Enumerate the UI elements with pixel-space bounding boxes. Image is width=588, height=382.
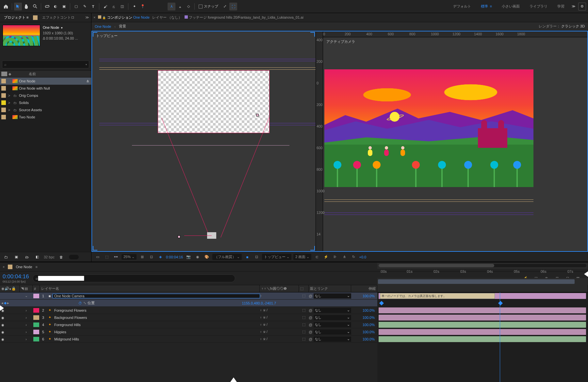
name-column-header[interactable]: 名前 [12, 72, 91, 77]
guides-icon[interactable]: ⊡ [148, 253, 155, 261]
parent-dropdown[interactable]: なし⌄ [314, 337, 351, 342]
brush-tool-icon[interactable]: 🖌 [101, 3, 109, 10]
snap-extend-icon[interactable]: ⛶ [229, 3, 237, 10]
layer-marker[interactable]: 単一のノードでは、カメラは真正面を指します。 [380, 293, 495, 299]
grid-icon[interactable]: ⊞ [139, 253, 146, 261]
layer-name[interactable]: Foreground Flowers [53, 308, 260, 312]
hand-tool-icon[interactable] [23, 3, 30, 10]
eraser-tool-icon[interactable]: ◫ [118, 3, 126, 10]
layer-name[interactable]: Background Flowers [53, 316, 260, 320]
tree-item-source-assets[interactable]: > 🗀Source Assets [0, 106, 91, 113]
twirl-icon[interactable]: ⌄ [20, 294, 33, 298]
comp-name-label[interactable]: One Node [43, 25, 78, 30]
pickwhip-icon[interactable]: @ [309, 316, 312, 320]
layer-switches[interactable]: ♀ ※ / [260, 330, 299, 334]
tree-item-one-node-with-null[interactable]: One Node with Null [0, 85, 91, 92]
layer-row-2[interactable]: › 2 ✦ Foreground Flowers ♀ ※ / ⬚ @なし⌄ 10… [0, 307, 377, 314]
stopwatch-icon[interactable]: ⏱ [78, 301, 82, 305]
rotate-tool-icon[interactable]: ◐ [52, 3, 59, 10]
reset-exposure-icon[interactable]: ↻ [350, 253, 357, 261]
comp-thumbnail[interactable] [3, 25, 40, 46]
color-depth-icon[interactable]: ◧ [33, 253, 41, 261]
show-snapshot-icon[interactable]: ◉ [194, 253, 201, 261]
stretch-value[interactable]: 100.0% [351, 308, 377, 312]
3d-switch-icon[interactable]: ⬚ [299, 330, 309, 334]
workspace-learn[interactable]: 学習 [553, 3, 569, 10]
bpc-label[interactable]: 32 bpc [44, 255, 55, 259]
new-folder-icon[interactable]: 🗁 [23, 253, 31, 261]
next-keyframe-icon[interactable]: ▸ [7, 301, 9, 305]
stretch-value[interactable]: 100.0% [351, 337, 377, 341]
visibility-icon[interactable] [1, 323, 4, 327]
layer-bar-6[interactable] [379, 336, 586, 342]
top-view-pane[interactable]: トップビュー [92, 31, 316, 251]
tree-item-orig-comps[interactable]: > 🗀Orig Comps [0, 92, 91, 99]
layer-name[interactable]: Foreground Hills [53, 323, 260, 327]
twirl-icon[interactable]: › [20, 330, 33, 334]
snap-toggle[interactable]: スナップ [199, 4, 218, 9]
fast-preview-icon[interactable]: ⚡ [322, 253, 330, 261]
home-icon[interactable] [2, 3, 10, 10]
clone-tool-icon[interactable]: ⎌ [110, 3, 118, 10]
parent-dropdown[interactable]: なし⌄ [314, 308, 351, 313]
layer-label-swatch[interactable] [33, 315, 39, 320]
stretch-value[interactable]: 100.0% [351, 323, 377, 327]
pen-tool-icon[interactable]: ✎ [81, 3, 89, 10]
layer-switches[interactable]: ♀ ※ / [260, 316, 299, 319]
eye-column-icon[interactable]: ◉ [1, 286, 5, 291]
keyframe[interactable] [379, 301, 384, 305]
workspace-library[interactable]: ライブラリ [525, 3, 552, 10]
layer-switches[interactable]: ♀ [260, 294, 299, 298]
exposure-value[interactable]: +0.0 [359, 255, 366, 259]
zoom-tool-icon[interactable] [31, 3, 39, 10]
twirl-icon[interactable]: > [7, 94, 11, 97]
viewer-time[interactable]: 0:00:04:16 [166, 255, 183, 259]
view-layout-select[interactable]: 2 画面 [293, 254, 311, 260]
workspace-more-icon[interactable]: ≫ [570, 3, 578, 10]
layer-label-swatch[interactable] [33, 308, 39, 313]
axis-local-icon[interactable]: ⅄ [168, 3, 175, 10]
label-swatch[interactable] [1, 79, 6, 83]
layer-bars-area[interactable]: 単一のノードでは、カメラは真正面を指します。 [377, 292, 588, 382]
selection-tool-icon[interactable] [14, 3, 22, 10]
timeline-menu-icon[interactable]: ≡ [36, 265, 38, 269]
layer-name[interactable]: One Node Camera [53, 294, 260, 298]
tree-item-one-node[interactable]: One Node⋔ [0, 78, 91, 85]
quality-select[interactable]: （フル画質） [212, 254, 242, 260]
layer-bar-5[interactable] [379, 329, 586, 335]
comp-tab-layer[interactable]: レイヤー （なし） [152, 15, 182, 20]
pickwhip-icon[interactable]: @ [309, 323, 312, 327]
magnify-icon[interactable]: ▭ [94, 253, 101, 261]
visibility-icon[interactable] [1, 330, 4, 334]
time-ruler-cell[interactable]: :00s01s02s03s04s05s06s07s [377, 285, 588, 292]
3d-switch-icon[interactable]: ⬚ [299, 294, 309, 298]
active-camera-pane[interactable]: 40020002004006008001000120014 0200400600… [316, 31, 587, 251]
3d-switch-icon[interactable]: ⬚ [299, 322, 309, 327]
tree-item-two-node[interactable]: Two Node [0, 113, 91, 121]
current-time[interactable]: 0:00:04:16 [3, 273, 29, 280]
layer-switches[interactable]: ♀ ※ / [260, 337, 299, 341]
layer-label-swatch[interactable] [33, 322, 39, 327]
twirl-icon[interactable]: › [20, 323, 33, 327]
tree-item-solids[interactable]: > 🗀Solids [0, 99, 91, 106]
new-comp-icon[interactable]: ▣ [12, 253, 20, 261]
workspace-default[interactable]: デフォルト [449, 3, 476, 10]
parent-column[interactable]: 親とリンク [309, 285, 351, 292]
timeline-search[interactable]: ⌕ [33, 274, 235, 282]
label-swatch[interactable] [1, 100, 6, 105]
stretch-value[interactable]: 100.0% [351, 330, 377, 334]
layer-label-swatch[interactable] [33, 337, 39, 341]
comp-tab-footage[interactable]: フッテージ foreground hills 20/Fantasy_land_b… [185, 15, 303, 20]
workspace-small[interactable]: 小さい画面 [497, 3, 524, 10]
type-column-icon[interactable]: ◆ [8, 72, 12, 76]
breadcrumb-current[interactable]: 背景 [119, 24, 126, 29]
add-keyframe-icon[interactable]: ◆ [4, 301, 7, 305]
panel-expand-right-icon[interactable] [584, 271, 588, 277]
3d-glasses-icon[interactable]: 👓 [112, 253, 120, 261]
trash-icon[interactable]: 🗑 [57, 253, 65, 261]
parent-dropdown[interactable]: なし⌄ [314, 322, 351, 327]
panel-expand-bottom-icon[interactable] [230, 377, 237, 382]
breadcrumb-root[interactable]: One Node [95, 25, 111, 28]
label-swatch[interactable] [1, 86, 6, 91]
text-tool-icon[interactable]: T [89, 3, 97, 10]
